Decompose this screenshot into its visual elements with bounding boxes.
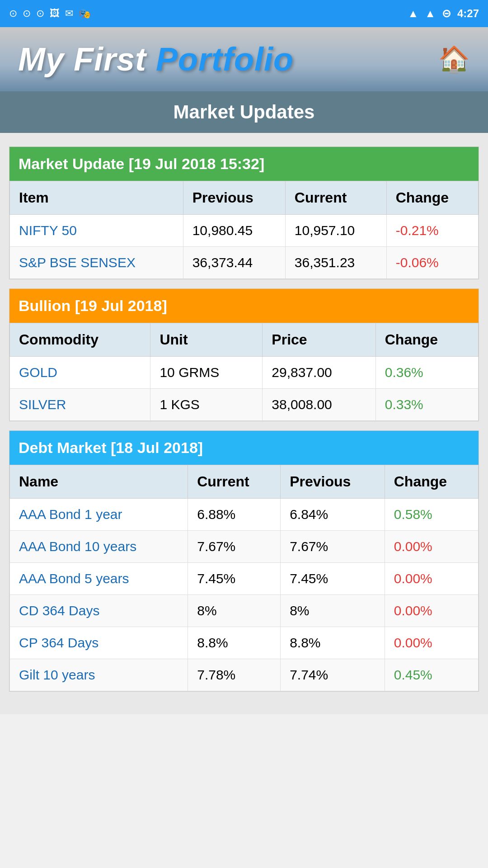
table-row: AAA Bond 1 year 6.88% 6.84% 0.58% xyxy=(10,499,479,531)
wifi-icon: ▲ xyxy=(408,7,418,20)
bullion-label: Bullion [19 Jul 2018] xyxy=(19,297,167,314)
debt-label: Debt Market [18 Jul 2018] xyxy=(19,439,203,456)
status-icon-app: 🎭 xyxy=(79,8,91,19)
status-icon-mail: ✉ xyxy=(65,8,73,19)
col-current: Current xyxy=(188,465,281,499)
status-right: ▲ ▲ ⊝ 4:27 xyxy=(408,7,479,20)
col-change: Change xyxy=(386,181,478,215)
table-row: S&P BSE SENSEX 36,373.44 36,351.23 -0.06… xyxy=(10,247,479,279)
bullion-section: Bullion [19 Jul 2018] Commodity Unit Pri… xyxy=(9,288,479,421)
cell-previous: 36,373.44 xyxy=(183,247,285,279)
cell-unit: 1 KGS xyxy=(150,389,263,421)
cell-previous: 7.45% xyxy=(281,563,385,595)
cell-change: 0.00% xyxy=(385,563,478,595)
debt-market-table: Name Current Previous Change AAA Bond 1 … xyxy=(9,465,479,691)
cell-change: 0.58% xyxy=(385,499,478,531)
table-row: Gilt 10 years 7.78% 7.74% 0.45% xyxy=(10,659,479,691)
home-button[interactable]: 🏠 xyxy=(438,44,470,74)
cell-commodity[interactable]: SILVER xyxy=(10,389,150,421)
cell-previous: 7.74% xyxy=(281,659,385,691)
app-title: My First Portfolio xyxy=(18,41,294,78)
cell-current: 36,351.23 xyxy=(285,247,386,279)
cell-change: 0.45% xyxy=(385,659,478,691)
col-commodity: Commodity xyxy=(10,323,150,357)
battery-icon: ⊝ xyxy=(442,7,451,20)
cell-change: -0.06% xyxy=(386,247,478,279)
market-update-header: Market Update [19 Jul 2018 15:32] xyxy=(9,147,479,181)
cell-previous: 8.8% xyxy=(281,627,385,659)
table-row: NIFTY 50 10,980.45 10,957.10 -0.21% xyxy=(10,215,479,247)
cell-change: 0.36% xyxy=(375,357,478,389)
cell-name[interactable]: AAA Bond 5 years xyxy=(10,563,188,595)
cell-current: 7.67% xyxy=(188,531,281,563)
col-previous: Previous xyxy=(183,181,285,215)
cell-change: -0.21% xyxy=(386,215,478,247)
col-item: Item xyxy=(10,181,183,215)
col-current: Current xyxy=(285,181,386,215)
cell-name[interactable]: CD 364 Days xyxy=(10,595,188,627)
cell-price: 29,837.00 xyxy=(263,357,375,389)
bullion-table: Commodity Unit Price Change GOLD 10 GRMS… xyxy=(9,323,479,421)
signal-icon: ▲ xyxy=(425,7,436,20)
cell-name[interactable]: CP 364 Days xyxy=(10,627,188,659)
status-icons: ⊙ ⊙ ⊙ 🖼 ✉ 🎭 xyxy=(9,8,91,19)
app-header: My First Portfolio 🏠 xyxy=(0,27,488,91)
cell-change: 0.00% xyxy=(385,595,478,627)
cell-previous: 8% xyxy=(281,595,385,627)
market-update-table: Item Previous Current Change NIFTY 50 10… xyxy=(9,181,479,279)
table-row: CP 364 Days 8.8% 8.8% 0.00% xyxy=(10,627,479,659)
cell-current: 7.78% xyxy=(188,659,281,691)
table-row: AAA Bond 10 years 7.67% 7.67% 0.00% xyxy=(10,531,479,563)
col-change: Change xyxy=(375,323,478,357)
section-title: Market Updates xyxy=(9,101,479,123)
cell-current: 8.8% xyxy=(188,627,281,659)
cell-item[interactable]: NIFTY 50 xyxy=(10,215,183,247)
cell-commodity[interactable]: GOLD xyxy=(10,357,150,389)
market-update-label: Market Update [19 Jul 2018 15:32] xyxy=(19,155,264,172)
cell-change: 0.33% xyxy=(375,389,478,421)
cell-current: 8% xyxy=(188,595,281,627)
cell-item[interactable]: S&P BSE SENSEX xyxy=(10,247,183,279)
cell-current: 7.45% xyxy=(188,563,281,595)
col-unit: Unit xyxy=(150,323,263,357)
cell-current: 6.88% xyxy=(188,499,281,531)
col-price: Price xyxy=(263,323,375,357)
cell-change: 0.00% xyxy=(385,627,478,659)
table-row: AAA Bond 5 years 7.45% 7.45% 0.00% xyxy=(10,563,479,595)
col-change: Change xyxy=(385,465,478,499)
cell-name[interactable]: AAA Bond 10 years xyxy=(10,531,188,563)
market-update-section: Market Update [19 Jul 2018 15:32] Item P… xyxy=(9,146,479,279)
cell-unit: 10 GRMS xyxy=(150,357,263,389)
status-bar: ⊙ ⊙ ⊙ 🖼 ✉ 🎭 ▲ ▲ ⊝ 4:27 xyxy=(0,0,488,27)
table-row: GOLD 10 GRMS 29,837.00 0.36% xyxy=(10,357,479,389)
cell-previous: 7.67% xyxy=(281,531,385,563)
cell-current: 10,957.10 xyxy=(285,215,386,247)
bullion-header: Bullion [19 Jul 2018] xyxy=(9,289,479,323)
section-title-bar: Market Updates xyxy=(0,91,488,133)
cell-name[interactable]: Gilt 10 years xyxy=(10,659,188,691)
cell-previous: 6.84% xyxy=(281,499,385,531)
debt-market-section: Debt Market [18 Jul 2018] Name Current P… xyxy=(9,430,479,692)
status-icon-1: ⊙ xyxy=(9,8,17,19)
main-content: Market Update [19 Jul 2018 15:32] Item P… xyxy=(0,133,488,714)
cell-name[interactable]: AAA Bond 1 year xyxy=(10,499,188,531)
cell-previous: 10,980.45 xyxy=(183,215,285,247)
cell-price: 38,008.00 xyxy=(263,389,375,421)
status-icon-2: ⊙ xyxy=(23,8,31,19)
col-name: Name xyxy=(10,465,188,499)
table-row: SILVER 1 KGS 38,008.00 0.33% xyxy=(10,389,479,421)
col-previous: Previous xyxy=(281,465,385,499)
cell-change: 0.00% xyxy=(385,531,478,563)
status-icon-image: 🖼 xyxy=(50,8,60,19)
status-icon-3: ⊙ xyxy=(36,8,44,19)
table-row: CD 364 Days 8% 8% 0.00% xyxy=(10,595,479,627)
debt-header: Debt Market [18 Jul 2018] xyxy=(9,431,479,465)
clock: 4:27 xyxy=(457,7,479,20)
